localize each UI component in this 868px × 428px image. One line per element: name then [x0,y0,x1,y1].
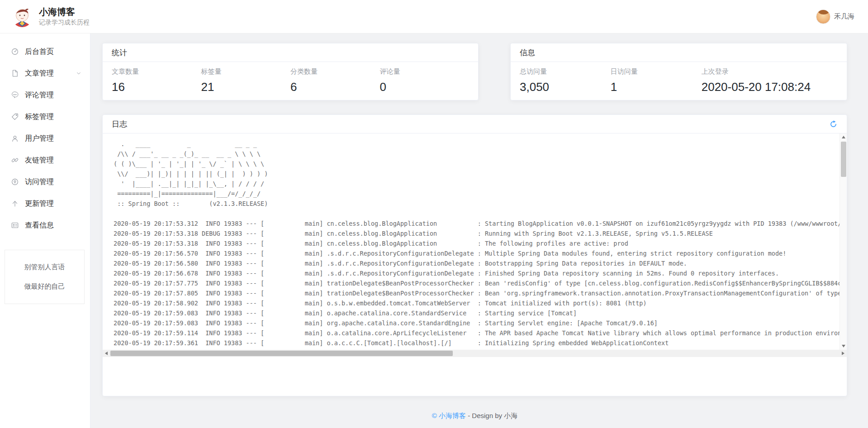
site-title: 小海博客 [39,6,90,17]
stat-article-count: 文章数量 16 [112,67,201,94]
sidebar-item-tags[interactable]: 标签管理 [0,106,90,128]
sidebar-item-dashboard[interactable]: 后台首页 [0,41,90,62]
sidebar-motto: 别管别人言语 做最好的自己 [5,250,85,304]
footer-credit: - Design by 小海 [466,412,517,419]
stat-label: 日访问量 [611,67,702,76]
page-footer: © 小海博客 - Design by 小海 [102,412,847,420]
sidebar-item-comments[interactable]: 评论管理 [0,84,90,106]
stat-value: 0 [380,80,470,94]
scroll-up-arrow-icon[interactable] [840,133,847,141]
stat-comment-count: 评论量 0 [380,67,470,94]
sidebar-menu: 后台首页 文章管理 评论管理 [0,33,90,236]
log-lines: 2020-05-19 20:17:53.312 INFO 19383 --- [… [103,209,847,348]
document-icon [11,69,19,77]
sidebar-item-visits[interactable]: 访问管理 [0,171,90,193]
sidebar-item-label: 访问管理 [25,177,54,187]
sidebar: 后台首页 文章管理 评论管理 [0,33,90,428]
vertical-scrollbar[interactable] [840,133,847,350]
sidebar-item-label: 标签管理 [25,112,54,122]
compass-icon [11,178,19,186]
postcard-icon [11,221,19,229]
stat-label: 上次登录 [702,67,838,76]
stat-value: 3,050 [520,80,611,94]
stat-last-login: 上次登录 2020-05-20 17:08:24 [702,67,838,94]
sidebar-item-label: 友链管理 [25,156,54,165]
chevron-down-icon [76,70,82,76]
stat-value: 1 [611,80,702,94]
sidebar-item-info[interactable]: 查看信息 [0,214,90,236]
horizontal-scrollbar[interactable] [103,350,847,357]
stat-value: 16 [112,80,201,94]
stat-label: 标签量 [201,67,291,76]
info-card-title: 信息 [520,48,535,58]
info-card: 信息 总访问量 3,050 日访问量 1 上次登录 2020-05-20 17:… [510,43,847,100]
sidebar-item-label: 更新管理 [25,199,54,209]
app-header: 小海博客 记录学习成长历程 禾几海 [0,0,868,33]
stat-total-visits: 总访问量 3,050 [520,67,611,94]
user-name: 禾几海 [834,12,854,21]
footer-site-link[interactable]: © 小海博客 [432,412,466,419]
site-logo-icon[interactable] [12,6,33,27]
vertical-scroll-thumb[interactable] [841,142,846,177]
horizontal-scroll-thumb[interactable] [110,351,453,356]
motto-line: 做最好的自己 [8,282,81,291]
stats-card-title: 统计 [112,48,127,58]
comment-icon [11,91,19,99]
user-avatar-icon [816,10,830,24]
stat-value: 2020-05-20 17:08:24 [702,80,838,94]
scroll-right-arrow-icon[interactable] [840,350,847,357]
brand-text: 小海博客 记录学习成长历程 [39,6,90,27]
stat-label: 分类数量 [290,67,380,76]
stat-tag-count: 标签量 21 [201,67,291,94]
stat-value: 21 [201,80,291,94]
log-card-title: 日志 [112,119,127,129]
refresh-icon[interactable] [829,119,838,128]
user-menu[interactable]: 禾几海 [816,10,854,24]
log-card-header: 日志 [103,115,847,133]
sidebar-item-links[interactable]: 友链管理 [0,149,90,171]
dashboard-icon [11,48,19,56]
log-card: 日志 . ____ _ __ _ _ /\\ / ___'_ __ _ _(_)… [102,114,847,396]
brand: 小海博客 记录学习成长历程 [12,6,90,27]
tag-icon [11,113,19,121]
user-icon [11,134,19,143]
log-viewer: . ____ _ __ _ _ /\\ / ___'_ __ _ _(_)_ _… [103,133,847,357]
info-card-header: 信息 [511,43,847,62]
stat-label: 评论量 [380,67,470,76]
stat-category-count: 分类数量 6 [290,67,380,94]
sidebar-item-label: 用户管理 [25,134,54,143]
scroll-left-arrow-icon[interactable] [103,350,110,357]
sidebar-item-users[interactable]: 用户管理 [0,128,90,149]
stat-value: 6 [290,80,380,94]
main-content: 统计 文章数量 16 标签量 21 分类数量 6 [90,33,868,428]
log-body: . ____ _ __ _ _ /\\ / ___'_ __ _ _(_)_ _… [103,133,847,396]
stat-label: 总访问量 [520,67,611,76]
spring-boot-banner: . ____ _ __ _ _ /\\ / ___'_ __ _ _(_)_ _… [103,133,847,209]
sidebar-item-articles[interactable]: 文章管理 [0,62,90,84]
motto-line: 别管别人言语 [8,263,81,271]
arrow-up-icon [11,200,19,208]
stats-card: 统计 文章数量 16 标签量 21 分类数量 6 [102,43,479,100]
sidebar-item-label: 评论管理 [25,90,54,100]
sidebar-item-updates[interactable]: 更新管理 [0,193,90,214]
sidebar-item-label: 查看信息 [25,221,54,230]
sidebar-item-label: 后台首页 [25,47,54,57]
scroll-down-arrow-icon[interactable] [840,342,847,350]
link-icon [11,156,19,164]
sidebar-item-label: 文章管理 [25,69,54,78]
site-subtitle: 记录学习成长历程 [39,19,90,27]
stat-daily-visits: 日访问量 1 [611,67,702,94]
stat-label: 文章数量 [112,67,201,76]
stats-card-header: 统计 [103,43,478,62]
